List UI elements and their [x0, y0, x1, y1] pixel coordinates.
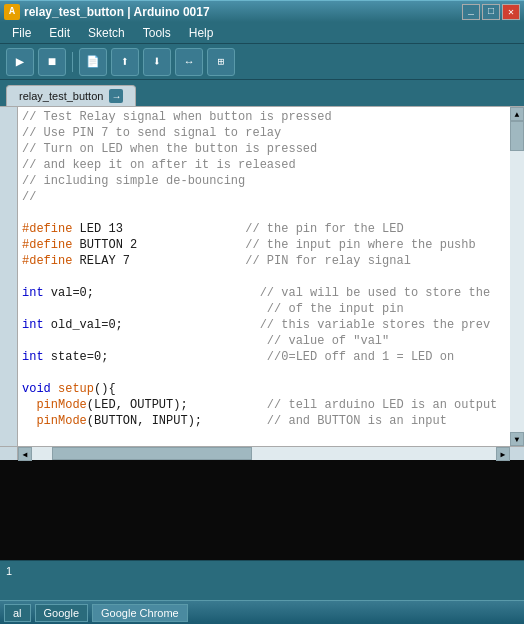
- code-line-7: [22, 205, 506, 221]
- window-title: relay_test_button | Arduino 0017: [24, 5, 210, 19]
- editor-tab[interactable]: relay_test_button →: [6, 85, 136, 106]
- stop-button[interactable]: ■: [38, 48, 66, 76]
- scroll-up-button[interactable]: ▲: [510, 107, 524, 121]
- code-line-19: pinMode(LED, OUTPUT); // tell arduino LE…: [22, 397, 506, 413]
- serial-monitor-button[interactable]: ↔: [175, 48, 203, 76]
- scroll-track-y[interactable]: [510, 121, 524, 432]
- title-bar: A relay_test_button | Arduino 0017 _ □ ✕: [0, 0, 524, 22]
- code-line-4: // and keep it on after it is released: [22, 157, 506, 173]
- title-buttons[interactable]: _ □ ✕: [462, 4, 520, 20]
- toolbar: ▶ ■ 📄 ⬆ ⬇ ↔ ⊞: [0, 44, 524, 80]
- taskbar-item-google[interactable]: Google: [35, 604, 88, 622]
- code-line-5: // including simple de-bouncing: [22, 173, 506, 189]
- code-line-3: // Turn on LED when the button is presse…: [22, 141, 506, 157]
- menu-help[interactable]: Help: [181, 24, 222, 42]
- scroll-thumb-y[interactable]: [510, 121, 524, 151]
- code-line-9: #define BUTTON 2 // the input pin where …: [22, 237, 506, 253]
- maximize-button[interactable]: □: [482, 4, 500, 20]
- menu-edit[interactable]: Edit: [41, 24, 78, 42]
- vertical-scrollbar[interactable]: ▲ ▼: [510, 107, 524, 446]
- menu-tools[interactable]: Tools: [135, 24, 179, 42]
- code-line-13: // of the input pin: [22, 301, 506, 317]
- taskbar-item-chrome[interactable]: Google Chrome: [92, 604, 188, 622]
- code-line-12: int val=0; // val will be used to store …: [22, 285, 506, 301]
- status-text: 1: [6, 565, 12, 577]
- board-button[interactable]: ⊞: [207, 48, 235, 76]
- editor-wrapper: // Test Relay signal when button is pres…: [0, 106, 524, 446]
- code-line-20: pinMode(BUTTON, INPUT); // and BUTTON is…: [22, 413, 506, 429]
- code-editor[interactable]: // Test Relay signal when button is pres…: [18, 107, 510, 446]
- toolbar-separator: [72, 52, 73, 72]
- open-button[interactable]: ⬆: [111, 48, 139, 76]
- scrollbar-corner-right: [510, 447, 524, 460]
- title-bar-left: A relay_test_button | Arduino 0017: [4, 4, 210, 20]
- code-line-15: // value of "val": [22, 333, 506, 349]
- close-button[interactable]: ✕: [502, 4, 520, 20]
- play-button[interactable]: ▶: [6, 48, 34, 76]
- taskbar-item-al[interactable]: al: [4, 604, 31, 622]
- scroll-left-button[interactable]: ◀: [18, 447, 32, 461]
- code-line-14: int old_val=0; // this variable stores t…: [22, 317, 506, 333]
- code-line-6: //: [22, 189, 506, 205]
- code-line-18: void setup(){: [22, 381, 506, 397]
- code-line-8: #define LED 13 // the pin for the LED: [22, 221, 506, 237]
- code-line-1: // Test Relay signal when button is pres…: [22, 109, 506, 125]
- new-button[interactable]: 📄: [79, 48, 107, 76]
- menu-file[interactable]: File: [4, 24, 39, 42]
- menu-sketch[interactable]: Sketch: [80, 24, 133, 42]
- scrollbar-corner-left: [0, 447, 18, 460]
- scroll-down-button[interactable]: ▼: [510, 432, 524, 446]
- code-line-17: [22, 365, 506, 381]
- code-line-11: [22, 269, 506, 285]
- menu-bar: File Edit Sketch Tools Help: [0, 22, 524, 44]
- scroll-thumb-x[interactable]: [52, 447, 252, 460]
- console-area: [0, 460, 524, 560]
- taskbar: al Google Google Chrome: [0, 600, 524, 624]
- tab-close-button[interactable]: →: [109, 89, 123, 103]
- minimize-button[interactable]: _: [462, 4, 480, 20]
- app-icon: A: [4, 4, 20, 20]
- scroll-right-button[interactable]: ▶: [496, 447, 510, 461]
- save-button[interactable]: ⬇: [143, 48, 171, 76]
- code-line-10: #define RELAY 7 // PIN for relay signal: [22, 253, 506, 269]
- line-numbers: [0, 107, 18, 446]
- tab-bar: relay_test_button →: [0, 80, 524, 106]
- scroll-track-x[interactable]: [32, 447, 496, 460]
- status-bar: 1: [0, 560, 524, 580]
- code-line-16: int state=0; //0=LED off and 1 = LED on: [22, 349, 506, 365]
- tab-label: relay_test_button: [19, 90, 103, 102]
- code-line-2: // Use PIN 7 to send signal to relay: [22, 125, 506, 141]
